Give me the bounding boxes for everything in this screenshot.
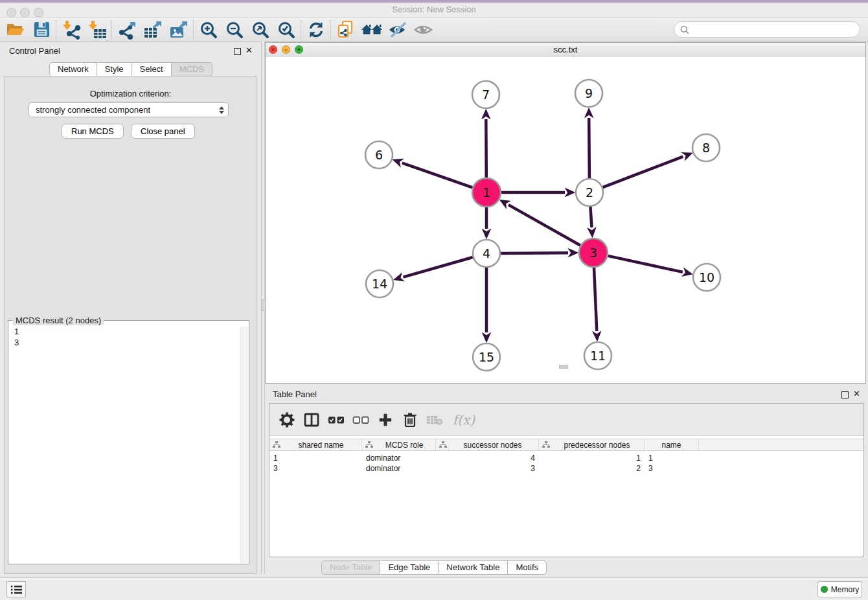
tab-network-table[interactable]: Network Table [439, 560, 508, 575]
select-all-button[interactable] [324, 407, 348, 433]
tab-motifs[interactable]: Motifs [508, 560, 547, 575]
zoom-out-button[interactable] [222, 19, 247, 41]
column-settings-button[interactable] [275, 407, 299, 433]
edge-1-6[interactable] [402, 163, 472, 188]
tab-select[interactable]: Select [132, 62, 172, 76]
close-panel-icon[interactable]: ✕ [246, 45, 253, 55]
edge-2-8[interactable] [603, 157, 683, 188]
split-panel-button[interactable] [299, 407, 324, 433]
column-header-shared-name[interactable]: shared name [269, 439, 362, 450]
save-floppy-icon [33, 21, 51, 38]
node-label-9: 9 [585, 86, 593, 100]
zoom-in-icon [200, 21, 218, 39]
cell-shared-name[interactable]: 1 [269, 453, 362, 463]
tab-network[interactable]: Network [49, 62, 97, 76]
tab-style[interactable]: Style [97, 62, 132, 76]
import-network-icon [62, 20, 81, 40]
minimize-network-icon[interactable]: − [282, 45, 290, 54]
node-label-7: 7 [482, 87, 490, 102]
edge-4-3[interactable] [501, 253, 568, 253]
node-label-3: 3 [589, 246, 597, 260]
edge-3-10[interactable] [608, 256, 683, 272]
edge-1-7[interactable] [486, 119, 486, 178]
add-column-button[interactable] [373, 407, 398, 433]
control-panel-header: Control Panel ✕ [0, 41, 261, 61]
network-graph[interactable]: 7968124314101511 [266, 57, 865, 383]
deselect-all-button[interactable] [348, 407, 373, 433]
float-table-panel-icon[interactable] [841, 391, 849, 400]
import-table-icon [87, 20, 107, 40]
refresh-view-button[interactable] [303, 19, 329, 41]
search-field[interactable] [674, 21, 860, 38]
search-input[interactable] [692, 25, 860, 35]
delete-column-button[interactable] [398, 407, 422, 433]
canvas-resize-grip[interactable] [559, 365, 568, 369]
export-table-button[interactable] [140, 19, 166, 41]
minimize-window-button[interactable] [20, 8, 30, 17]
edge-3-11[interactable] [594, 268, 597, 331]
search-icon [680, 25, 689, 34]
cell-name[interactable]: 1 [645, 453, 699, 463]
open-session-button[interactable] [3, 19, 29, 41]
optimization-criterion-select[interactable]: strongly connected component [29, 102, 229, 117]
float-panel-icon[interactable] [234, 47, 241, 57]
zoom-selected-icon [277, 21, 295, 39]
tab-edge-table[interactable]: Edge Table [380, 560, 439, 575]
zoom-in-button[interactable] [196, 19, 222, 41]
cell-mcds-role[interactable]: dominator [362, 463, 436, 474]
cell-shared-name[interactable]: 3 [269, 463, 362, 474]
column-header-mcds-role[interactable]: MCDS role [362, 439, 436, 450]
zoom-fit-button[interactable] [247, 19, 273, 41]
memory-button[interactable]: Memory [817, 581, 862, 597]
tab-mcds[interactable]: MCDS [172, 62, 212, 76]
close-network-icon[interactable]: ✕ [269, 45, 277, 54]
zoom-out-icon [225, 21, 244, 39]
control-panel-tabs: Network Style Select MCDS [49, 62, 212, 76]
import-network-button[interactable] [58, 19, 84, 41]
export-image-button[interactable] [166, 19, 192, 41]
cell-predecessor-nodes[interactable]: 2 [539, 463, 645, 474]
tab-node-table[interactable]: Node Table [321, 560, 381, 575]
close-table-panel-icon[interactable]: ✕ [853, 389, 860, 398]
result-scrollbar[interactable] [240, 327, 248, 563]
cell-predecessor-nodes[interactable]: 1 [539, 453, 645, 463]
run-mcds-button[interactable]: Run MCDS [62, 124, 124, 139]
export-image-icon [169, 20, 188, 40]
column-type-icon [439, 441, 447, 448]
show-details-button[interactable] [411, 19, 437, 41]
cell-successor-nodes[interactable]: 3 [436, 463, 539, 474]
export-network-button[interactable] [114, 19, 140, 41]
table-row[interactable]: 1 dominator 4 1 1 [269, 453, 863, 463]
edge-2-9[interactable] [589, 118, 589, 178]
import-table-button[interactable] [84, 19, 110, 41]
gear-icon [279, 412, 295, 428]
column-header-filler [699, 439, 863, 450]
clone-network-button[interactable] [333, 19, 359, 41]
edge-3-1[interactable] [508, 205, 580, 246]
reset-layout-button[interactable] [359, 19, 385, 41]
column-header-successor-nodes[interactable]: successor nodes [436, 439, 539, 450]
cell-successor-nodes[interactable]: 4 [436, 453, 539, 463]
maximize-network-icon[interactable]: + [295, 45, 303, 54]
table-row[interactable]: 3 dominator 3 2 3 [269, 463, 863, 474]
column-header-predecessor-nodes[interactable]: predecessor nodes [539, 439, 645, 450]
cell-name[interactable]: 3 [645, 463, 699, 474]
zoom-window-button[interactable] [34, 8, 43, 17]
split-columns-icon [304, 413, 319, 427]
save-session-button[interactable] [29, 19, 54, 41]
close-panel-button[interactable]: Close panel [131, 124, 195, 139]
edge-2-3[interactable] [590, 207, 591, 227]
column-header-name[interactable]: name [645, 439, 699, 450]
node-label-6: 6 [375, 148, 383, 162]
network-canvas[interactable]: 7968124314101511 [266, 57, 865, 383]
close-window-button[interactable] [6, 8, 16, 17]
network-window-titlebar[interactable]: ✕ − + scc.txt [266, 43, 865, 58]
node-label-11: 11 [590, 349, 606, 363]
zoom-selected-button[interactable] [273, 19, 299, 41]
cell-mcds-role[interactable]: dominator [362, 453, 436, 463]
hide-details-button[interactable] [385, 19, 411, 41]
edge-4-14[interactable] [404, 257, 473, 277]
task-history-button[interactable] [6, 581, 26, 597]
toolbar-separator [111, 20, 113, 40]
table-panel-tabs: Node Table Edge Table Network Table Moti… [0, 560, 868, 575]
